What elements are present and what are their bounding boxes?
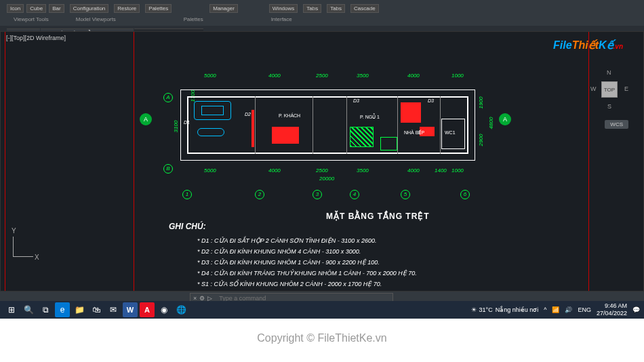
door-label-d1: D1 (184, 120, 190, 125)
copyright-text: Copyright © FileThietKe.vn (0, 332, 644, 344)
car-symbol (194, 101, 231, 120)
ribbon-group-interface: Interface (271, 16, 292, 26)
ribbon-btn-tab1[interactable]: Tabs (303, 4, 321, 13)
floor-plan-drawing: 5000 4000 2500 3500 4000 1000 5000 4000 … (136, 73, 516, 208)
door-label-d3: D3 (353, 98, 359, 103)
word-icon[interactable]: W (123, 302, 138, 317)
note-item: * D4 : CỬA ĐI KÍNH TRÁNG THUỶ KHUNG NHÔM… (197, 268, 417, 279)
note-item: * D1 : CỬA ĐI SẮT HỘP 2 CÁNH SƠN TĨNH ĐI… (197, 235, 417, 246)
furniture-red (401, 102, 421, 123)
wall-partition (397, 96, 398, 154)
wall-partition (346, 96, 347, 154)
ribbon-btn-restore[interactable]: Restore (114, 4, 140, 13)
sofa-red (272, 127, 299, 144)
viewcube-north[interactable]: N (607, 69, 611, 76)
explorer-icon[interactable]: 📁 (72, 302, 87, 317)
taskview-icon[interactable]: ⧉ (38, 302, 53, 317)
dim-text: 5000 (204, 73, 216, 79)
ribbon-btn-config[interactable]: Configuration (70, 4, 109, 13)
viewcube[interactable]: N S W E TOP (589, 69, 630, 110)
weather-text: Nắng nhiều nơi (496, 306, 539, 313)
note-item: * D3 : CỬA ĐI KÍNH KHUNG NHÔM 1 CÁNH - 9… (197, 257, 417, 268)
notification-icon[interactable]: 💬 (632, 306, 640, 313)
dim-text: 4000 (407, 73, 420, 79)
wcs-button[interactable]: WCS (605, 120, 628, 129)
ribbon-btn-palettes[interactable]: Palettes (145, 4, 172, 13)
door-d2 (251, 110, 254, 147)
viewport-label[interactable]: [-][Top][2D Wireframe] (6, 35, 66, 41)
weather-temp: 31°C (479, 306, 493, 313)
mail-icon[interactable]: ✉ (106, 302, 121, 317)
motorcycle-symbol (197, 128, 224, 136)
dim-text: 4000 (268, 73, 281, 79)
axis-label: 4 (350, 186, 359, 199)
frame-line (134, 32, 134, 291)
autocad-icon[interactable]: A (140, 302, 155, 317)
viewcube-west[interactable]: W (590, 85, 597, 92)
room-pngu: P. NGỦ 1 (360, 115, 380, 120)
ribbon-btn-icon[interactable]: Icon (7, 4, 24, 13)
viewcube-east[interactable]: E (624, 85, 628, 92)
section-arrow-left: A (140, 113, 152, 125)
dim-text: 1000 (451, 167, 464, 174)
viewcube-south[interactable]: S (607, 103, 611, 110)
notes-list: * D1 : CỬA ĐI SẮT HỘP 2 CÁNH SƠN TĨNH ĐI… (197, 235, 417, 289)
drawing-title: MẶT BẰNG TẦNG TRỆT (326, 212, 430, 221)
axis-label: 3 (313, 186, 322, 199)
axis-label: 5 (401, 186, 410, 199)
kitchen-counter (380, 137, 397, 150)
dim-text: 2500 (316, 167, 328, 174)
dim-text: 3100 (173, 121, 179, 133)
dim-text: 2900 (478, 134, 484, 146)
dim-text: 1400 (435, 167, 447, 174)
room-wc: WC1 (445, 130, 456, 135)
frame-line (5, 32, 5, 291)
dim-text: 2500 (316, 73, 328, 79)
chrome-icon[interactable]: 🌐 (174, 302, 188, 317)
axis-label: 6 (460, 186, 470, 199)
dim-text: 5000 (204, 167, 216, 174)
axis-label: 2 (255, 186, 264, 199)
ribbon-btn-windows[interactable]: Windows (269, 4, 298, 13)
store-icon[interactable]: 🛍 (89, 302, 104, 317)
section-arrow-right: A (499, 113, 511, 125)
windows-taskbar: ⊞ 🔍 ⧉ e 📁 🛍 ✉ W A ◉ 🌐 ☀ 31°C Nắng nhiều … (0, 301, 644, 319)
note-item: * D2 : CỬA ĐI KÍNH KHUNG NHÔM 4 CÁNH - 3… (197, 246, 417, 257)
system-clock[interactable]: 9:46 AM 27/04/2022 (597, 302, 627, 317)
ribbon-group-model: Model Viewports (76, 16, 116, 26)
viewcube-top[interactable]: TOP (601, 81, 618, 98)
model-viewport[interactable]: [-][Top][2D Wireframe] FileThiếtKế.vn N … (0, 31, 644, 291)
dim-total: 20000 (319, 176, 334, 182)
room-bep: NHÀ BẾP (404, 130, 424, 136)
ribbon-btn-cube[interactable]: Cube (26, 4, 46, 13)
notes-title: GHI CHÚ: (169, 222, 206, 231)
dim-text: 4800 (488, 117, 494, 129)
dim-text: 3500 (357, 73, 369, 79)
door-label-d3b: D3 (428, 98, 434, 103)
wifi-icon[interactable]: 📶 (552, 306, 559, 313)
ucs-icon[interactable]: Y X (13, 230, 40, 257)
door-label-d2: D2 (245, 112, 251, 117)
axis-label: A (163, 89, 173, 102)
wall-partition (255, 96, 256, 154)
weather-widget[interactable]: ☀ 31°C Nắng nhiều nơi (471, 306, 539, 313)
bed-green (350, 127, 374, 147)
ribbon-btn-bar[interactable]: Bar (49, 4, 64, 13)
ribbon-btn-tab2[interactable]: Tabs (327, 4, 345, 13)
volume-icon[interactable]: 🔊 (565, 306, 572, 313)
tray-chevron-icon[interactable]: ^ (544, 306, 546, 313)
app-icon[interactable]: ◉ (157, 302, 172, 317)
edge-icon[interactable]: e (55, 302, 70, 317)
language-indicator[interactable]: ENG (578, 306, 591, 313)
ribbon-btn-manager[interactable]: Manager (209, 4, 238, 13)
watermark-logo: FileThiếtKế.vn (553, 39, 623, 52)
axis-label: B (163, 161, 173, 174)
start-button[interactable]: ⊞ (4, 302, 19, 317)
search-icon[interactable]: 🔍 (21, 302, 36, 317)
note-item: * S1 : CỬA SỔ KÍNH KHUNG NHÔM 2 CÁNH - 2… (197, 279, 417, 289)
dim-text: 4000 (268, 167, 281, 174)
ribbon-bar: Icon Cube Bar Configuration Restore Pale… (0, 0, 644, 16)
dim-text: 3500 (357, 167, 369, 174)
ribbon-btn-cascade[interactable]: Cascade (350, 4, 379, 13)
ribbon-group-viewport: Viewport Tools (14, 16, 49, 26)
